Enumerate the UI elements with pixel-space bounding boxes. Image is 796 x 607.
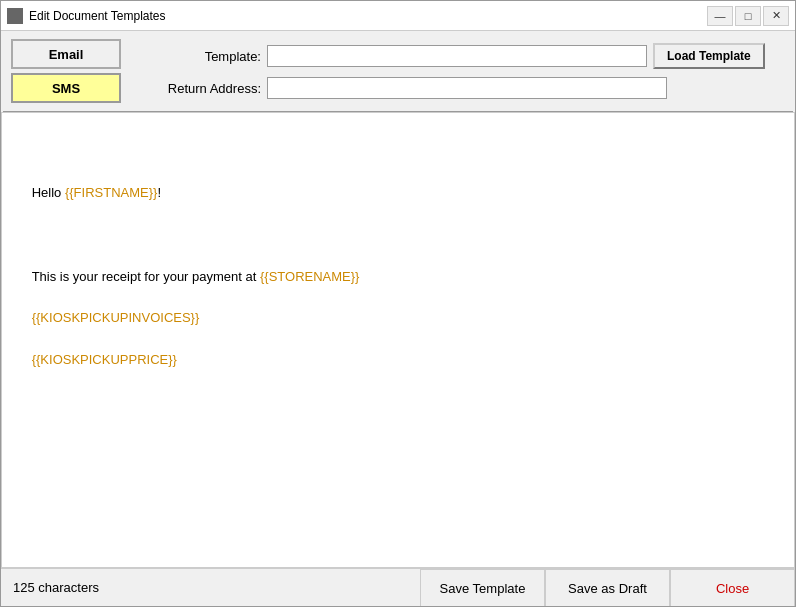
window-icon — [7, 8, 23, 24]
save-template-button[interactable]: Save Template — [420, 569, 545, 606]
load-template-button[interactable]: Load Template — [653, 43, 765, 69]
close-button[interactable]: Close — [670, 569, 795, 606]
maximize-button[interactable]: □ — [735, 6, 761, 26]
window-close-button[interactable]: ✕ — [763, 6, 789, 26]
title-bar-controls: — □ ✕ — [707, 6, 789, 26]
minimize-button[interactable]: — — [707, 6, 733, 26]
return-address-label: Return Address: — [151, 81, 261, 96]
return-address-input[interactable] — [267, 77, 667, 99]
action-buttons: Save Template Save as Draft Close — [420, 569, 795, 606]
return-address-field-row: Return Address: — [151, 77, 785, 99]
window-title: Edit Document Templates — [29, 9, 707, 23]
template-field-row: Template: Load Template — [151, 43, 785, 69]
template-label: Template: — [151, 49, 261, 64]
title-bar: Edit Document Templates — □ ✕ — [1, 1, 795, 31]
main-window: Edit Document Templates — □ ✕ Email SMS … — [0, 0, 796, 607]
tab-email[interactable]: Email — [11, 39, 121, 69]
template-input[interactable] — [267, 45, 647, 67]
form-fields: Template: Load Template Return Address: — [151, 43, 785, 99]
template-content: Hello {{FIRSTNAME}}! This is your receip… — [10, 163, 786, 392]
char-count: 125 characters — [1, 580, 420, 595]
tab-sms[interactable]: SMS — [11, 73, 121, 103]
tab-group: Email SMS — [11, 39, 121, 103]
editor-area[interactable]: Hello {{FIRSTNAME}}! This is your receip… — [1, 112, 795, 568]
toolbar: Email SMS Template: Load Template Return… — [1, 31, 795, 111]
save-draft-button[interactable]: Save as Draft — [545, 569, 670, 606]
status-bar: 125 characters Save Template Save as Dra… — [1, 568, 795, 606]
